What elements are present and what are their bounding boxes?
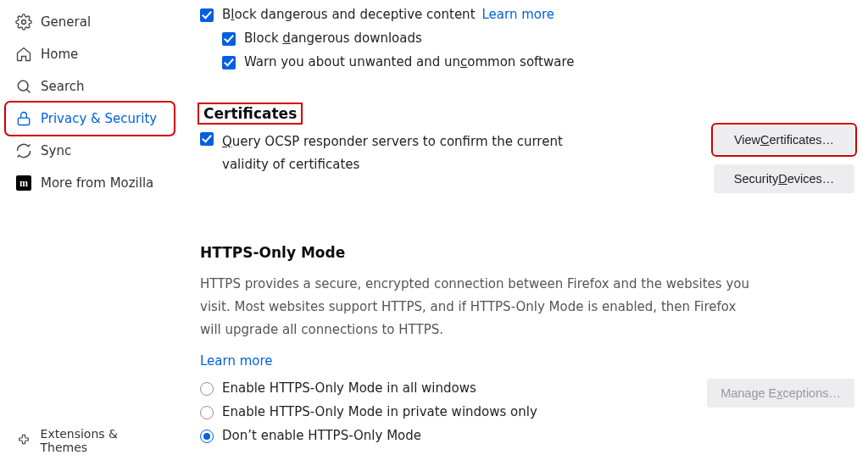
sidebar-item-label: Extensions & Themes [41, 427, 166, 454]
gear-icon [14, 14, 34, 31]
block-downloads-label[interactable]: Block dangerous downloads [244, 31, 422, 46]
sidebar-item-label: Privacy & Security [41, 111, 157, 126]
mozilla-icon: m [14, 175, 34, 191]
certificates-heading: Certificates [200, 105, 300, 122]
sidebar-item-label: Sync [41, 143, 71, 158]
block-downloads-checkbox[interactable] [222, 32, 236, 46]
security-devices-button[interactable]: Security Devices… [714, 164, 854, 193]
sync-icon [14, 142, 34, 159]
ocsp-label[interactable]: Query OCSP responder servers to confirm … [222, 130, 612, 176]
svg-rect-3 [18, 118, 29, 125]
warn-uncommon-checkbox[interactable] [222, 56, 236, 69]
sidebar-item-label: Search [41, 79, 85, 94]
https-all-windows-radio[interactable] [200, 382, 214, 396]
sidebar-item-label: More from Mozilla [41, 175, 153, 191]
sidebar-item-general[interactable]: General [7, 7, 173, 37]
svg-point-1 [18, 80, 28, 91]
block-deceptive-label[interactable]: Block dangerous and deceptive content [222, 7, 476, 22]
https-only-heading: HTTPS-Only Mode [200, 244, 345, 261]
https-only-section: HTTPS-Only Mode HTTPS provides a secure,… [200, 244, 854, 452]
search-icon [14, 78, 34, 95]
warn-uncommon-label[interactable]: Warn you about unwanted and uncommon sof… [244, 54, 575, 69]
svg-point-0 [22, 20, 26, 25]
svg-line-2 [27, 90, 31, 93]
sidebar-item-home[interactable]: Home [7, 39, 173, 69]
home-icon [14, 46, 34, 63]
https-disabled-radio[interactable] [200, 430, 214, 443]
https-private-only-label[interactable]: Enable HTTPS-Only Mode in private window… [222, 404, 537, 419]
view-certificates-button[interactable]: View Certificates… [714, 125, 854, 154]
learn-more-link[interactable]: Learn more [482, 7, 555, 22]
lock-icon [14, 110, 34, 127]
sidebar-item-extensions-themes[interactable]: Extensions & Themes [7, 425, 173, 456]
block-deceptive-checkbox[interactable] [200, 8, 214, 22]
https-disabled-label[interactable]: Don’t enable HTTPS-Only Mode [222, 428, 421, 443]
sidebar: General Home Search Privacy & Security S… [0, 0, 180, 466]
puzzle-icon [14, 433, 34, 448]
sidebar-item-label: General [41, 14, 91, 30]
certificates-section: Certificates Query OCSP responder server… [200, 105, 854, 193]
ocsp-checkbox[interactable] [200, 132, 214, 146]
https-all-windows-label[interactable]: Enable HTTPS-Only Mode in all windows [222, 380, 476, 396]
sidebar-item-more-from-mozilla[interactable]: m More from Mozilla [7, 168, 173, 198]
sidebar-item-search[interactable]: Search [7, 71, 173, 102]
main-content: Block dangerous and deceptive content Le… [180, 0, 868, 466]
https-only-description: HTTPS provides a secure, encrypted conne… [200, 273, 760, 341]
sidebar-item-sync[interactable]: Sync [7, 136, 173, 166]
sidebar-item-privacy-security[interactable]: Privacy & Security [7, 103, 173, 134]
sidebar-item-label: Home [41, 47, 78, 62]
https-learn-more-link[interactable]: Learn more [200, 353, 273, 369]
https-private-only-radio[interactable] [200, 406, 214, 419]
manage-exceptions-button: Manage Exceptions… [707, 379, 854, 408]
